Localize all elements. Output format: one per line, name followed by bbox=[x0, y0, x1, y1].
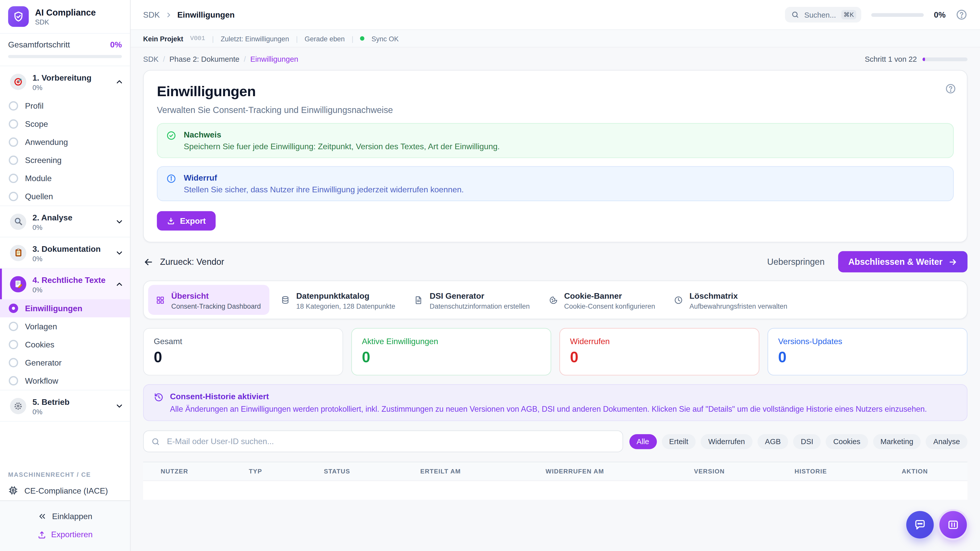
help-icon[interactable] bbox=[956, 9, 967, 21]
page-breadcrumb-mid[interactable]: Phase 2: Dokumente bbox=[169, 55, 239, 64]
tab-dsi-generator[interactable]: DSI GeneratorDatenschutzinformation erst… bbox=[407, 285, 537, 315]
filter-pill-analyse[interactable]: Analyse bbox=[926, 434, 967, 449]
notice-info: WiderrufStellen Sie sicher, dass Nutzer … bbox=[157, 166, 954, 201]
sidebar-item-label: Einwilligungen bbox=[25, 303, 83, 313]
export-sidebar-button[interactable]: Exportieren bbox=[0, 526, 130, 544]
page-breadcrumb: SDK / Phase 2: Dokumente / Einwilligunge… bbox=[143, 55, 967, 64]
tab-übersicht[interactable]: ÜbersichtConsent-Tracking Dashboard bbox=[148, 285, 269, 315]
overall-progress-bar bbox=[8, 55, 122, 58]
filter-pill-marketing[interactable]: Marketing bbox=[873, 434, 921, 449]
arrow-right-icon bbox=[948, 257, 958, 267]
global-search-button[interactable]: Suchen... ⌘K bbox=[785, 7, 861, 22]
chat-fab-button[interactable] bbox=[906, 511, 934, 538]
radio-empty-icon bbox=[9, 174, 18, 183]
breadcrumb: SDK Einwilligungen bbox=[143, 10, 235, 19]
breadcrumb-root[interactable]: SDK bbox=[143, 10, 160, 19]
sidebar-item-generator[interactable]: Generator bbox=[0, 354, 130, 372]
finish-next-button[interactable]: Abschliessen & Weiter bbox=[838, 251, 967, 272]
tab-subtitle: Aufbewahrungsfristen verwalten bbox=[690, 302, 788, 310]
back-link-label: Zurueck: Vendor bbox=[160, 257, 224, 267]
stat-label: Aktive Einwilligungen bbox=[362, 337, 541, 346]
sidebar-item-profil[interactable]: Profil bbox=[0, 97, 130, 115]
shield-check-logo-icon bbox=[8, 6, 29, 27]
collapse-sidebar-button[interactable]: Einklappen bbox=[0, 507, 130, 526]
sidebar-section-1[interactable]: 1. Vorbereitung0% bbox=[0, 66, 130, 97]
radio-empty-icon bbox=[9, 119, 18, 129]
sidebar-section: 4. Rechtliche Texte0% EinwilligungenVorl… bbox=[0, 268, 130, 391]
tab-cookie-banner[interactable]: Cookie-BannerCookie-Consent konfiguriere… bbox=[541, 285, 662, 315]
machine-heading: MASCHINENRECHT / CE bbox=[0, 464, 130, 480]
step-label: Schritt 1 von 22 bbox=[865, 55, 917, 64]
skip-button[interactable]: Ueberspringen bbox=[767, 257, 824, 267]
cpu-chip-icon bbox=[8, 486, 18, 495]
sidebar-item-label: Anwendung bbox=[25, 138, 68, 147]
stat-value: 0 bbox=[778, 349, 957, 366]
stat-card-aktive-einwilligungen: Aktive Einwilligungen0 bbox=[351, 328, 551, 375]
cookie-icon bbox=[549, 295, 558, 305]
export-button[interactable]: Export bbox=[157, 211, 216, 230]
filter-pill-widerrufen[interactable]: Widerrufen bbox=[701, 434, 752, 449]
version-badge: V001 bbox=[190, 35, 205, 42]
columns-fab-button[interactable] bbox=[939, 511, 967, 538]
user-search-box bbox=[143, 430, 623, 452]
section-label: 2. Analyse bbox=[32, 213, 72, 222]
page-header-card: Einwilligungen Verwalten Sie Consent-Tra… bbox=[143, 70, 967, 242]
sidebar-item-workflow[interactable]: Workflow bbox=[0, 372, 130, 390]
sidebar-item-ce-compliance[interactable]: CE-Compliance (IACE) bbox=[0, 480, 130, 500]
sidebar-item-screening[interactable]: Screening bbox=[0, 151, 130, 169]
filter-pill-alle[interactable]: Alle bbox=[629, 434, 657, 449]
sidebar-item-label: CE-Compliance (IACE) bbox=[24, 486, 108, 495]
database-icon bbox=[281, 295, 290, 305]
radio-empty-icon bbox=[9, 192, 18, 201]
sync-status-label: Sync OK bbox=[372, 35, 399, 42]
chevron-up-icon bbox=[115, 77, 124, 86]
sidebar-footer: Einklappen Exportieren bbox=[0, 500, 130, 551]
tab-subtitle: Datenschutzinformation erstellen bbox=[430, 302, 530, 310]
tab-löschmatrix[interactable]: LöschmatrixAufbewahrungsfristen verwalte… bbox=[667, 285, 795, 315]
column-header-status: STATUS bbox=[324, 468, 420, 475]
tab-datenpunktkatalog[interactable]: Datenpunktkatalog18 Kategorien, 128 Date… bbox=[273, 285, 403, 315]
last-visited: Zuletzt: Einwilligungen bbox=[221, 35, 289, 42]
overall-progress-label: Gesamtfortschritt bbox=[8, 40, 70, 49]
sidebar-section-5[interactable]: 5. Betrieb0% bbox=[0, 391, 130, 421]
page-breadcrumb-current: Einwilligungen bbox=[250, 55, 298, 64]
sidebar-section-2[interactable]: 2. Analyse0% bbox=[0, 206, 130, 237]
clipboard-icon bbox=[10, 245, 26, 261]
section-progress: 0% bbox=[32, 286, 105, 294]
back-link[interactable]: Zurueck: Vendor bbox=[143, 256, 224, 267]
sidebar-item-module[interactable]: Module bbox=[0, 169, 130, 187]
section-progress: 0% bbox=[32, 224, 72, 231]
history-banner-text: Alle Änderungen an Einwilligungen werden… bbox=[170, 405, 927, 413]
chat-bubble-icon bbox=[914, 519, 926, 531]
filter-pill-dsi[interactable]: DSI bbox=[793, 434, 821, 449]
notice-title: Widerruf bbox=[184, 173, 464, 183]
gear-icon bbox=[10, 398, 26, 414]
sidebar-section-3[interactable]: 3. Dokumentation0% bbox=[0, 238, 130, 268]
columns-icon bbox=[947, 519, 959, 531]
card-help-icon[interactable] bbox=[945, 83, 956, 94]
sidebar-item-quellen[interactable]: Quellen bbox=[0, 187, 130, 206]
sidebar-section-4[interactable]: 4. Rechtliche Texte0% bbox=[0, 268, 130, 299]
sidebar-item-vorlagen[interactable]: Vorlagen bbox=[0, 318, 130, 335]
sidebar-section: 1. Vorbereitung0% ProfilScopeAnwendungSc… bbox=[0, 66, 130, 206]
step-indicator: Schritt 1 von 22 bbox=[865, 55, 967, 64]
sidebar-item-scope[interactable]: Scope bbox=[0, 115, 130, 133]
filter-pill-erteilt[interactable]: Erteilt bbox=[662, 434, 696, 449]
notice-title: Nachweis bbox=[184, 130, 500, 139]
chevron-up-icon bbox=[115, 279, 124, 288]
tab-title: DSI Generator bbox=[430, 291, 484, 300]
sidebar-item-einwilligungen[interactable]: Einwilligungen bbox=[0, 299, 130, 318]
sidebar-item-anwendung[interactable]: Anwendung bbox=[0, 133, 130, 151]
filter-pill-cookies[interactable]: Cookies bbox=[826, 434, 868, 449]
topbar-progress-bar bbox=[871, 13, 924, 17]
sidebar-item-label: Cookies bbox=[25, 340, 54, 349]
page-breadcrumb-root[interactable]: SDK bbox=[143, 55, 159, 64]
sidebar-section: 5. Betrieb0% bbox=[0, 391, 130, 422]
sidebar-item-cookies[interactable]: Cookies bbox=[0, 335, 130, 354]
page-subtitle: Verwalten Sie Consent-Tracking und Einwi… bbox=[157, 105, 954, 115]
user-search-input[interactable] bbox=[165, 436, 615, 447]
document-icon bbox=[414, 295, 423, 305]
filter-pill-agb[interactable]: AGB bbox=[757, 434, 788, 449]
section-progress: 0% bbox=[32, 408, 69, 415]
tab-title: Übersicht bbox=[171, 291, 209, 300]
